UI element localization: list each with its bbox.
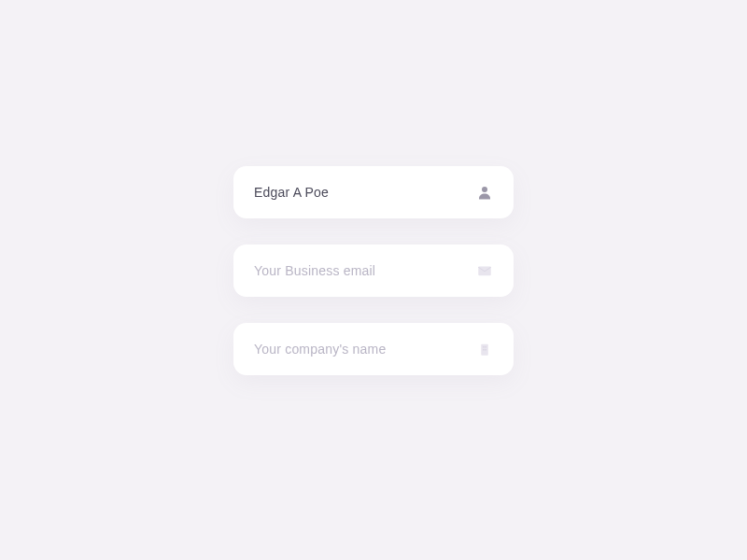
svg-rect-5 <box>483 349 485 351</box>
building-icon <box>476 341 493 357</box>
company-input[interactable] <box>254 342 467 357</box>
name-field-wrapper <box>233 166 514 218</box>
svg-rect-4 <box>485 346 486 348</box>
user-icon <box>476 184 493 201</box>
svg-point-0 <box>482 187 487 192</box>
company-field-wrapper <box>233 323 514 375</box>
name-input[interactable] <box>254 185 467 200</box>
email-icon <box>476 262 493 279</box>
email-input[interactable] <box>254 263 467 278</box>
svg-rect-2 <box>481 344 488 356</box>
svg-rect-6 <box>485 349 486 351</box>
signup-form <box>233 166 514 375</box>
svg-rect-3 <box>483 346 485 348</box>
email-field-wrapper <box>233 245 514 297</box>
